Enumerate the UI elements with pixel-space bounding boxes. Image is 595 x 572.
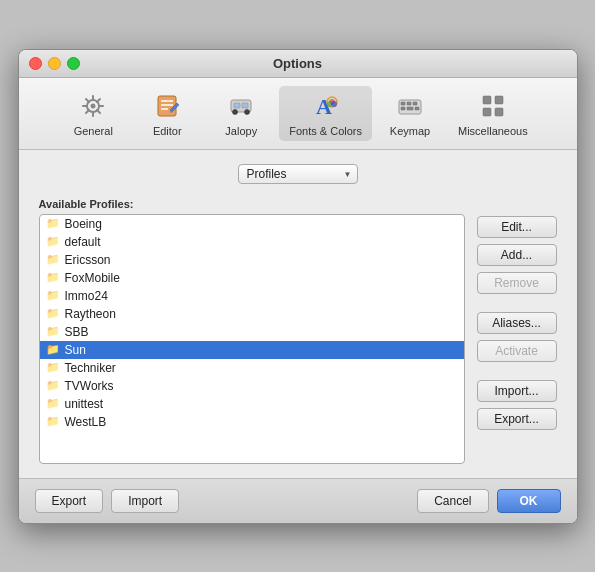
svg-rect-31 [407,107,413,110]
footer-left: Export Import [35,489,180,513]
edit-button[interactable]: Edit... [477,216,557,238]
svg-rect-35 [483,108,491,116]
list-item[interactable]: 📁 default [40,233,464,251]
list-item[interactable]: 📁 Raytheon [40,305,464,323]
svg-rect-33 [483,96,491,104]
profile-folder-icon: 📁 [46,289,60,302]
toolbar-item-jalopy[interactable]: Jalopy [205,86,277,141]
profile-name: Sun [65,343,86,357]
activate-button[interactable]: Activate [477,340,557,362]
profile-name: FoxMobile [65,271,120,285]
content-area: Profiles Available Profiles: 📁 Boeing 📁 … [19,150,577,478]
svg-line-6 [86,99,89,102]
profile-folder-icon: 📁 [46,343,60,356]
svg-rect-28 [407,102,411,105]
profiles-list[interactable]: 📁 Boeing 📁 default 📁 Ericsson 📁 FoxMobil… [39,214,465,464]
available-profiles-label: Available Profiles: [39,198,465,210]
svg-rect-27 [401,102,405,105]
profiles-select[interactable]: Profiles [238,164,358,184]
svg-point-20 [245,109,250,114]
main-area: Available Profiles: 📁 Boeing 📁 default 📁… [39,198,557,464]
fonts-colors-label: Fonts & Colors [289,125,362,137]
svg-rect-36 [495,108,503,116]
list-item[interactable]: 📁 Immo24 [40,287,464,305]
minimize-button[interactable] [48,57,61,70]
keymap-icon [394,90,426,122]
footer: Export Import Cancel OK [19,478,577,523]
svg-line-8 [97,99,100,102]
ok-button[interactable]: OK [497,489,561,513]
list-item[interactable]: 📁 Techniker [40,359,464,377]
maximize-button[interactable] [67,57,80,70]
fonts-colors-icon: A [310,90,342,122]
profile-name: SBB [65,325,89,339]
profile-folder-icon: 📁 [46,235,60,248]
add-button[interactable]: Add... [477,244,557,266]
list-item[interactable]: 📁 Ericsson [40,251,464,269]
profile-folder-icon: 📁 [46,253,60,266]
profiles-select-wrapper[interactable]: Profiles [238,164,358,184]
jalopy-label: Jalopy [225,125,257,137]
editor-icon [151,90,183,122]
keymap-label: Keymap [390,125,430,137]
svg-point-19 [233,109,238,114]
general-label: General [74,125,113,137]
jalopy-icon [225,90,257,122]
aliases-button[interactable]: Aliases... [477,312,557,334]
toolbar: General Editor [19,78,577,150]
list-item[interactable]: 📁 Boeing [40,215,464,233]
profile-name: WestLB [65,415,107,429]
options-window: Options General [18,49,578,524]
miscellaneous-label: Miscellaneous [458,125,528,137]
import-button[interactable]: Import [111,489,179,513]
list-item-selected[interactable]: 📁 Sun [40,341,464,359]
window-controls [29,57,80,70]
profile-name: TVWorks [65,379,114,393]
profile-folder-icon: 📁 [46,415,60,428]
profiles-dropdown-row: Profiles [39,164,557,184]
svg-line-7 [97,110,100,113]
profile-name: default [65,235,101,249]
list-item[interactable]: 📁 WestLB [40,413,464,431]
svg-rect-32 [415,107,419,110]
toolbar-item-keymap[interactable]: Keymap [374,86,446,141]
profile-folder-icon: 📁 [46,397,60,410]
list-item[interactable]: 📁 unittest [40,395,464,413]
profile-name: Boeing [65,217,102,231]
profiles-section: Available Profiles: 📁 Boeing 📁 default 📁… [39,198,465,464]
list-item[interactable]: 📁 SBB [40,323,464,341]
miscellaneous-icon [477,90,509,122]
titlebar: Options [19,50,577,78]
cancel-button[interactable]: Cancel [417,489,488,513]
svg-rect-34 [495,96,503,104]
profile-folder-icon: 📁 [46,325,60,338]
svg-line-9 [86,110,89,113]
export-button[interactable]: Export [35,489,104,513]
profile-folder-icon: 📁 [46,307,60,320]
import-side-button[interactable]: Import... [477,380,557,402]
profile-name: Techniker [65,361,116,375]
remove-button[interactable]: Remove [477,272,557,294]
profile-name: Immo24 [65,289,108,303]
svg-rect-29 [413,102,417,105]
profile-folder-icon: 📁 [46,271,60,284]
toolbar-item-fonts-colors[interactable]: A Fonts & Colors [279,86,372,141]
toolbar-item-miscellaneous[interactable]: Miscellaneous [448,86,538,141]
export-side-button[interactable]: Export... [477,408,557,430]
profile-name: Raytheon [65,307,116,321]
profile-name: Ericsson [65,253,111,267]
action-buttons: Edit... Add... Remove Aliases... Activat… [477,198,557,430]
close-button[interactable] [29,57,42,70]
toolbar-item-editor[interactable]: Editor [131,86,203,141]
profile-folder-icon: 📁 [46,217,60,230]
profile-folder-icon: 📁 [46,379,60,392]
profile-name: unittest [65,397,104,411]
editor-label: Editor [153,125,182,137]
list-item[interactable]: 📁 TVWorks [40,377,464,395]
svg-rect-18 [242,103,248,108]
svg-point-25 [331,101,337,107]
toolbar-item-general[interactable]: General [57,86,129,141]
svg-rect-10 [158,96,176,116]
svg-rect-17 [234,103,240,108]
list-item[interactable]: 📁 FoxMobile [40,269,464,287]
